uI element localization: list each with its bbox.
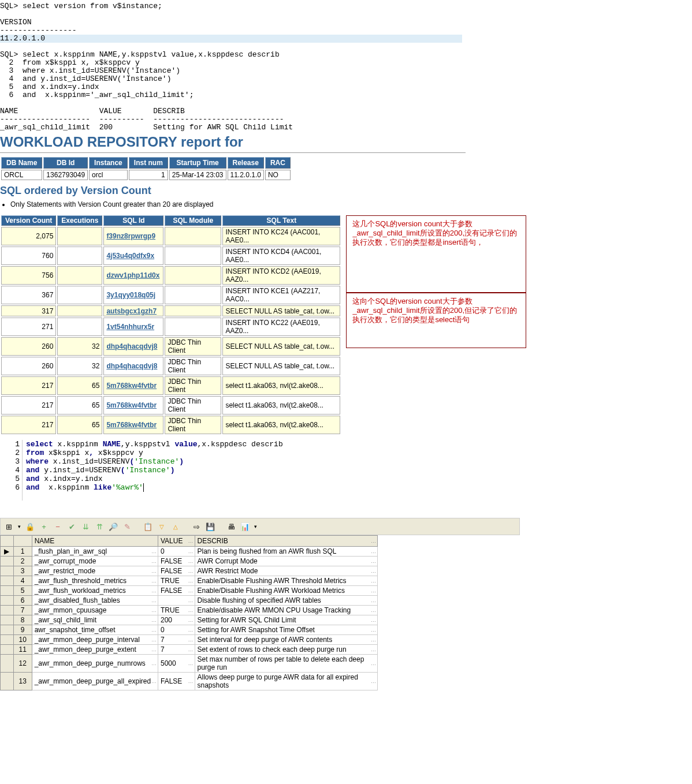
cell-name[interactable]: _awr_flush_threshold_metrics…: [32, 576, 158, 586]
cell-value[interactable]: 5000…: [158, 655, 195, 673]
cell-name[interactable]: _flush_plan_in_awr_sql…: [32, 547, 158, 557]
cell-name[interactable]: _awr_mmon_deep_purge_all_expired…: [32, 673, 158, 690]
col-describ[interactable]: DESCRIB…: [195, 536, 378, 547]
cell-describ[interactable]: Set max number of rows per table to dele…: [195, 655, 378, 673]
grid-row[interactable]: 3_awr_restrict_mode…FALSE…AWR Restrict M…: [1, 566, 378, 576]
sqlid-link[interactable]: 5m768kw4fvtbr: [106, 421, 157, 429]
cell-describ[interactable]: Setting for AWR Snapshot Time Offset…: [195, 625, 378, 635]
cell-value[interactable]: 0…: [158, 625, 195, 635]
sqlid-link[interactable]: 5m768kw4fvtbr: [106, 382, 157, 390]
commit-icon[interactable]: ✔: [67, 522, 76, 531]
col-value[interactable]: VALUE…: [158, 536, 195, 547]
cell-value[interactable]: FALSE…: [158, 566, 195, 576]
row-number: 2: [13, 557, 32, 566]
cell-name[interactable]: _awr_flush_workload_metrics…: [32, 586, 158, 596]
cell-name[interactable]: _awr_mmon_deep_purge_interval…: [32, 635, 158, 645]
grid-row[interactable]: 13_awr_mmon_deep_purge_all_expired…FALSE…: [1, 673, 378, 690]
grid-row[interactable]: 8_awr_sql_child_limit…200…Setting for AW…: [1, 615, 378, 625]
cell-name[interactable]: _awr_mmon_deep_purge_extent…: [32, 645, 158, 655]
cell-module: [165, 266, 221, 285]
cell-value[interactable]: 7…: [158, 645, 195, 655]
edit-icon[interactable]: ✎: [122, 522, 132, 531]
cell-value[interactable]: 200…: [158, 615, 195, 625]
sqlid-link[interactable]: dzwv1php11d0x: [106, 271, 159, 279]
cell-describ[interactable]: Plan is being flushed from an AWR flush …: [195, 547, 378, 557]
cell-text: INSERT INTO KCD4 (AAC001, AAE0...: [222, 247, 340, 265]
grid-row[interactable]: ▶1_flush_plan_in_awr_sql…0…Plan is being…: [1, 547, 378, 557]
cell-value[interactable]: FALSE…: [158, 673, 195, 690]
table-row: 756dzwv1php11d0xINSERT INTO KCD2 (AAE019…: [1, 266, 340, 285]
grid-icon[interactable]: ⊞: [4, 522, 13, 531]
cell-describ[interactable]: Allows deep purge to purge AWR data for …: [195, 673, 378, 690]
cell-name[interactable]: _awr_restrict_mode…: [32, 566, 158, 576]
cell-text: SELECT NULL AS table_cat, t.ow...: [222, 305, 340, 316]
sqlid-link[interactable]: 4j53u4q0dfx9x: [106, 252, 154, 260]
cell-name[interactable]: _awr_mmon_cpuusage…: [32, 606, 158, 615]
add-icon[interactable]: +: [39, 522, 49, 531]
cell-name[interactable]: _awr_disabled_flush_tables…: [32, 596, 158, 606]
sqlid-link[interactable]: f39nz8rpwrgp9: [106, 232, 155, 240]
cell-name[interactable]: _awr_sql_child_limit…: [32, 615, 158, 625]
grid-row[interactable]: 11_awr_mmon_deep_purge_extent…7…Set exte…: [1, 645, 378, 655]
cell-exec: 32: [57, 337, 102, 356]
cell-describ[interactable]: Set extent of rows to check each deep pu…: [195, 645, 378, 655]
printer-icon[interactable]: 🖶: [226, 522, 236, 531]
row-number: 4: [13, 576, 32, 586]
sqlplus-console: SQL> select version from v$instance; VER…: [0, 2, 692, 132]
cell-value[interactable]: 0…: [158, 547, 195, 557]
cell-describ[interactable]: AWR Restrict Mode…: [195, 566, 378, 576]
version-value: 11.2.0.1.0: [0, 35, 462, 43]
grid-row[interactable]: 10_awr_mmon_deep_purge_interval…7…Set in…: [1, 635, 378, 645]
cell-describ[interactable]: AWR Corrupt Mode…: [195, 557, 378, 566]
cell-describ[interactable]: Setting for AWR SQL Child Limit…: [195, 615, 378, 625]
remove-icon[interactable]: −: [53, 522, 62, 531]
find-icon[interactable]: 🔎: [109, 522, 118, 531]
cell-value[interactable]: 7…: [158, 635, 195, 645]
col-name[interactable]: NAME: [32, 536, 158, 547]
cell-describ[interactable]: Enable/Disable Flushing AWR Workload Met…: [195, 586, 378, 596]
cell-sqlid: autsbgcx1gzh7: [103, 305, 163, 316]
grid-row[interactable]: 4_awr_flush_threshold_metrics…TRUE…Enabl…: [1, 576, 378, 586]
table-row: 217655m768kw4fvtbrJDBC Thin Clientselect…: [1, 396, 340, 415]
chart-icon[interactable]: 📊: [240, 522, 250, 531]
print-icon[interactable]: 🔒: [25, 522, 35, 531]
fetch-all-icon[interactable]: ⇈: [95, 522, 104, 531]
cell-exec: [57, 305, 102, 316]
cell-value[interactable]: FALSE…: [158, 557, 195, 566]
cell-module: [165, 227, 221, 245]
sqlid-link[interactable]: autsbgcx1gzh7: [106, 307, 157, 315]
cell-name[interactable]: _awr_corrupt_mode…: [32, 557, 158, 566]
grid-row[interactable]: 7_awr_mmon_cpuusage…TRUE…Enable/disable …: [1, 606, 378, 615]
save-icon[interactable]: 💾: [206, 522, 215, 531]
cell-value[interactable]: TRUE…: [158, 606, 195, 615]
fetch-down-icon[interactable]: ⇊: [81, 522, 90, 531]
cell-describ[interactable]: Enable/disable AWR MMON CPU Usage Tracki…: [195, 606, 378, 615]
sqlid-link[interactable]: 1vt54nhhurx5r: [106, 323, 154, 331]
db-info-row: ORCL 1362793049 orcl 1 25-Mar-14 23:03 1…: [1, 170, 291, 180]
cell-describ[interactable]: Enable/Disable Flushing AWR Threshold Me…: [195, 576, 378, 586]
export-icon[interactable]: ⇨: [192, 522, 201, 531]
expand-down-icon[interactable]: ▽: [157, 522, 166, 531]
sql-editor[interactable]: 1select x.ksppinm NAME,y.ksppstvl value,…: [0, 440, 512, 501]
grid-row[interactable]: 12_awr_mmon_deep_purge_numrows…5000…Set …: [1, 655, 378, 673]
collapse-up-icon[interactable]: △: [171, 522, 180, 531]
grid-row[interactable]: 5_awr_flush_workload_metrics…FALSE…Enabl…: [1, 586, 378, 596]
sqlid-link[interactable]: 5m768kw4fvtbr: [106, 401, 157, 409]
grid-row[interactable]: 9awr_snapshot_time_offset…0…Setting for …: [1, 625, 378, 635]
grid-row[interactable]: 2_awr_corrupt_mode…FALSE…AWR Corrupt Mod…: [1, 557, 378, 566]
cell-value[interactable]: FALSE…: [158, 586, 195, 596]
cell-vc: 217: [1, 416, 56, 434]
sqlid-link[interactable]: dhp4qhacqdvj8: [106, 342, 157, 350]
cell-value[interactable]: TRUE…: [158, 576, 195, 586]
cell-module: JDBC Thin Client: [165, 396, 221, 415]
cell-name[interactable]: _awr_mmon_deep_purge_numrows…: [32, 655, 158, 673]
col-dbid: DB Id: [43, 157, 88, 169]
cell-describ[interactable]: Disable flushing of specified AWR tables…: [195, 596, 378, 606]
cell-name[interactable]: awr_snapshot_time_offset…: [32, 625, 158, 635]
sqlid-link[interactable]: 3y1qyy018q05j: [106, 291, 155, 299]
copy-icon[interactable]: 📋: [143, 522, 152, 531]
sqlid-link[interactable]: dhp4qhacqdvj8: [106, 362, 157, 370]
cell-describ[interactable]: Set interval for deep purge of AWR conte…: [195, 635, 378, 645]
cell-value[interactable]: …: [158, 596, 195, 606]
grid-row[interactable]: 6_awr_disabled_flush_tables……Disable flu…: [1, 596, 378, 606]
